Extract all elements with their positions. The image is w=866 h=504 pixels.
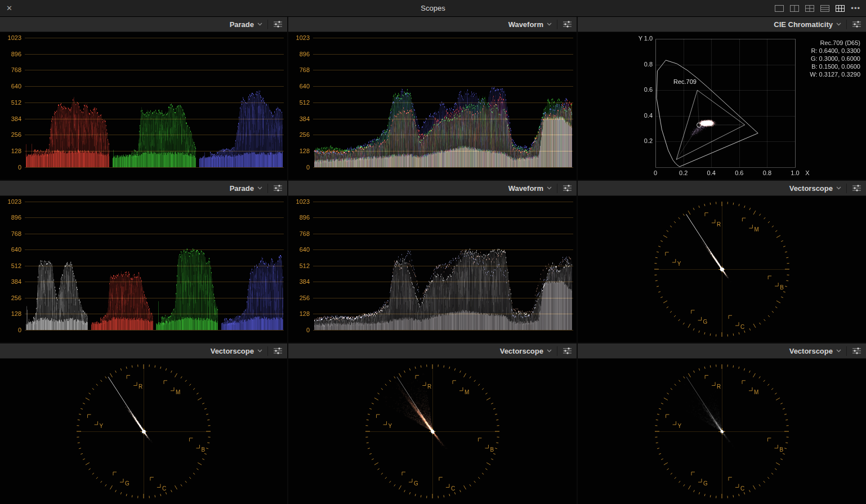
chevron-down-icon: [257, 186, 262, 190]
scope-type-dropdown[interactable]: Vectorscope: [784, 181, 846, 195]
panel-header: Vectorscope: [0, 344, 287, 359]
sliders-icon: [852, 21, 861, 28]
panel-body: [578, 359, 866, 504]
vectorscope-canvas: [578, 359, 866, 504]
scope-type-label: Vectorscope: [789, 184, 833, 193]
panel-header: Vectorscope: [288, 344, 577, 359]
chevron-down-icon: [547, 23, 552, 26]
scope-settings-button[interactable]: [847, 344, 866, 358]
scope-type-dropdown[interactable]: Waveform: [503, 181, 557, 195]
vectorscope-canvas: [0, 359, 287, 504]
panel-body: [288, 359, 577, 504]
vectorscope-canvas: [578, 196, 866, 342]
sliders-icon: [563, 185, 572, 191]
layout-quad-icon[interactable]: [805, 5, 814, 12]
scopes-grid: Parade Waveform: [0, 17, 866, 504]
more-options-icon[interactable]: •••: [851, 6, 860, 11]
panel-body: [288, 196, 577, 342]
scope-type-label: Waveform: [508, 184, 543, 193]
chevron-down-icon: [257, 349, 262, 353]
panel-header: CIE Chromaticity: [578, 17, 866, 32]
window-title: Scopes: [0, 4, 866, 12]
chevron-down-icon: [836, 186, 841, 190]
layout-rows-icon[interactable]: [820, 5, 829, 12]
panel-body: [0, 196, 287, 342]
scope-settings-button[interactable]: [268, 17, 287, 32]
scope-type-dropdown[interactable]: CIE Chromaticity: [769, 17, 846, 32]
panel-header: Parade: [0, 181, 287, 196]
panel-vectorscope-3: Vectorscope: [288, 344, 577, 504]
scope-type-label: Vectorscope: [789, 347, 833, 355]
panel-waveform-1: Waveform: [288, 17, 577, 180]
cie-info-line: Rec.709 (D65): [810, 39, 860, 47]
scope-type-label: CIE Chromaticity: [774, 20, 833, 29]
scope-type-dropdown[interactable]: Vectorscope: [784, 344, 846, 358]
cie-info-readout: Rec.709 (D65) R: 0.6400, 0.3300 G: 0.300…: [810, 39, 860, 78]
waveform-scope-canvas: [288, 196, 577, 342]
cie-info-line: W: 0.3127, 0.3290: [810, 70, 860, 78]
sliders-icon: [852, 185, 861, 191]
scope-settings-button[interactable]: [268, 181, 287, 195]
panel-header: Waveform: [288, 181, 577, 196]
sliders-icon: [274, 185, 282, 191]
layout-split-icon[interactable]: [790, 5, 799, 12]
scope-settings-button[interactable]: [268, 344, 287, 358]
scope-settings-button[interactable]: [557, 17, 577, 32]
scope-type-dropdown[interactable]: Parade: [225, 17, 267, 32]
panel-parade-2: Parade: [0, 181, 287, 342]
panel-parade-1: Parade: [0, 17, 287, 180]
scope-type-dropdown[interactable]: Waveform: [503, 17, 557, 32]
sliders-icon: [274, 347, 282, 354]
scope-type-dropdown[interactable]: Vectorscope: [206, 344, 267, 358]
scope-settings-button[interactable]: [847, 17, 866, 32]
parade-scope-canvas: [0, 32, 287, 180]
sliders-icon: [563, 21, 572, 28]
scope-type-label: Vectorscope: [500, 347, 543, 355]
layout-grid-icon[interactable]: [836, 5, 845, 12]
waveform-scope-canvas: [288, 32, 577, 180]
chevron-down-icon: [547, 349, 552, 353]
cie-info-line: B: 0.1500, 0.0600: [810, 63, 860, 70]
panel-body: [288, 32, 577, 180]
panel-body: Rec.709 Rec.709 (D65) R: 0.6400, 0.3300 …: [578, 32, 866, 180]
cie-info-line: G: 0.3000, 0.6000: [810, 55, 860, 63]
chevron-down-icon: [836, 23, 841, 26]
scope-type-dropdown[interactable]: Parade: [225, 181, 267, 195]
titlebar: ✕ Scopes •••: [0, 0, 866, 17]
panel-cie-chromaticity: CIE Chromaticity Rec.709 Rec.709 (D65) R…: [578, 17, 866, 180]
panel-waveform-2: Waveform: [288, 181, 577, 342]
panel-body: [0, 32, 287, 180]
scope-settings-button[interactable]: [557, 181, 577, 195]
layout-single-icon[interactable]: [775, 5, 784, 12]
panel-header: Parade: [0, 17, 287, 32]
sliders-icon: [852, 347, 861, 354]
chevron-down-icon: [257, 23, 262, 26]
scope-type-dropdown[interactable]: Vectorscope: [495, 344, 557, 358]
cie-info-line: R: 0.6400, 0.3300: [810, 47, 860, 55]
scope-type-label: Parade: [230, 20, 254, 29]
sliders-icon: [563, 347, 572, 354]
panel-vectorscope-2: Vectorscope: [0, 344, 287, 504]
panel-vectorscope-1: Vectorscope: [578, 181, 866, 342]
chevron-down-icon: [547, 186, 552, 190]
close-icon[interactable]: ✕: [6, 0, 12, 16]
parade-scope-canvas: [0, 196, 287, 342]
panel-header: Vectorscope: [578, 344, 866, 359]
panel-vectorscope-4: Vectorscope: [578, 344, 866, 504]
panel-body: [0, 359, 287, 504]
scope-type-label: Parade: [230, 184, 254, 193]
sliders-icon: [274, 21, 282, 28]
vectorscope-canvas: [288, 359, 577, 504]
scope-type-label: Vectorscope: [211, 347, 254, 355]
panel-body: [578, 196, 866, 342]
scope-settings-button[interactable]: [557, 344, 577, 358]
chevron-down-icon: [836, 349, 841, 353]
panel-header: Vectorscope: [578, 181, 866, 196]
scope-settings-button[interactable]: [847, 181, 866, 195]
cie-gamut-label: Rec.709: [673, 78, 697, 85]
scope-type-label: Waveform: [508, 20, 543, 29]
panel-header: Waveform: [288, 17, 577, 32]
titlebar-actions: •••: [775, 0, 860, 16]
